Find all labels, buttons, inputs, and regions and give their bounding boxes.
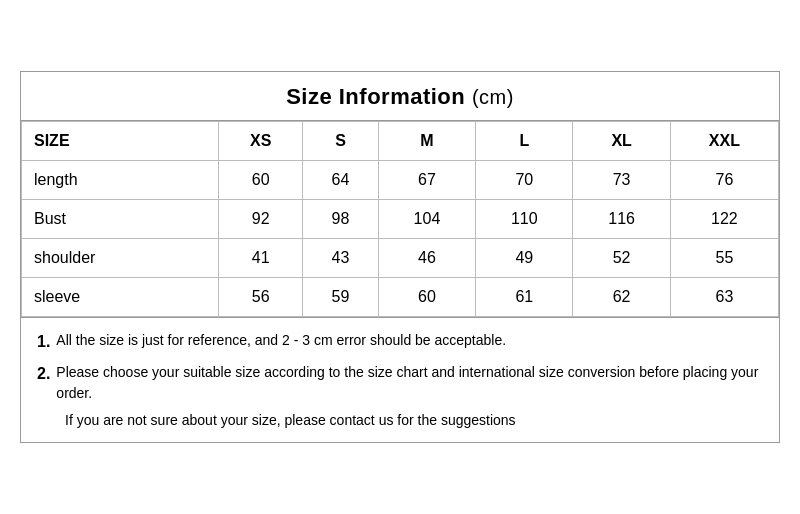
col-header-xxl: XXL bbox=[670, 122, 778, 161]
row-label: shoulder bbox=[22, 239, 219, 278]
cell-value: 122 bbox=[670, 200, 778, 239]
col-header-size: SIZE bbox=[22, 122, 219, 161]
row-label: sleeve bbox=[22, 278, 219, 317]
note-2: 2. Please choose your suitable size acco… bbox=[37, 362, 763, 404]
row-label: length bbox=[22, 161, 219, 200]
size-chart-container: Size Information (cm) SIZE XS S M L XL X… bbox=[20, 71, 780, 443]
cell-value: 55 bbox=[670, 239, 778, 278]
cell-value: 73 bbox=[573, 161, 670, 200]
cell-value: 98 bbox=[303, 200, 379, 239]
cell-value: 104 bbox=[378, 200, 475, 239]
title-main-text: Size Information bbox=[286, 84, 472, 109]
cell-value: 56 bbox=[219, 278, 303, 317]
cell-value: 110 bbox=[476, 200, 573, 239]
cell-value: 60 bbox=[378, 278, 475, 317]
cell-value: 92 bbox=[219, 200, 303, 239]
note-1-text: All the size is just for reference, and … bbox=[56, 330, 506, 351]
note-3-text: If you are not sure about your size, ple… bbox=[65, 412, 516, 428]
col-header-s: S bbox=[303, 122, 379, 161]
col-header-xs: XS bbox=[219, 122, 303, 161]
chart-title: Size Information (cm) bbox=[29, 84, 771, 110]
cell-value: 62 bbox=[573, 278, 670, 317]
col-header-xl: XL bbox=[573, 122, 670, 161]
table-row: length606467707376 bbox=[22, 161, 779, 200]
cell-value: 76 bbox=[670, 161, 778, 200]
cell-value: 60 bbox=[219, 161, 303, 200]
note-1-number: 1. bbox=[37, 330, 50, 354]
cell-value: 116 bbox=[573, 200, 670, 239]
table-row: sleeve565960616263 bbox=[22, 278, 779, 317]
note-3: If you are not sure about your size, ple… bbox=[37, 412, 763, 428]
title-row: Size Information (cm) bbox=[21, 72, 779, 121]
cell-value: 59 bbox=[303, 278, 379, 317]
cell-value: 64 bbox=[303, 161, 379, 200]
cell-value: 52 bbox=[573, 239, 670, 278]
cell-value: 46 bbox=[378, 239, 475, 278]
table-row: Bust9298104110116122 bbox=[22, 200, 779, 239]
notes-section: 1. All the size is just for reference, a… bbox=[21, 317, 779, 442]
table-row: shoulder414346495255 bbox=[22, 239, 779, 278]
cell-value: 61 bbox=[476, 278, 573, 317]
cell-value: 41 bbox=[219, 239, 303, 278]
note-2-number: 2. bbox=[37, 362, 50, 386]
row-label: Bust bbox=[22, 200, 219, 239]
cell-value: 49 bbox=[476, 239, 573, 278]
cell-value: 43 bbox=[303, 239, 379, 278]
col-header-l: L bbox=[476, 122, 573, 161]
title-unit: (cm) bbox=[472, 86, 514, 108]
cell-value: 70 bbox=[476, 161, 573, 200]
cell-value: 67 bbox=[378, 161, 475, 200]
table-header-row: SIZE XS S M L XL XXL bbox=[22, 122, 779, 161]
cell-value: 63 bbox=[670, 278, 778, 317]
col-header-m: M bbox=[378, 122, 475, 161]
size-table: SIZE XS S M L XL XXL length606467707376B… bbox=[21, 121, 779, 317]
note-1: 1. All the size is just for reference, a… bbox=[37, 330, 763, 354]
note-2-text: Please choose your suitable size accordi… bbox=[56, 362, 763, 404]
